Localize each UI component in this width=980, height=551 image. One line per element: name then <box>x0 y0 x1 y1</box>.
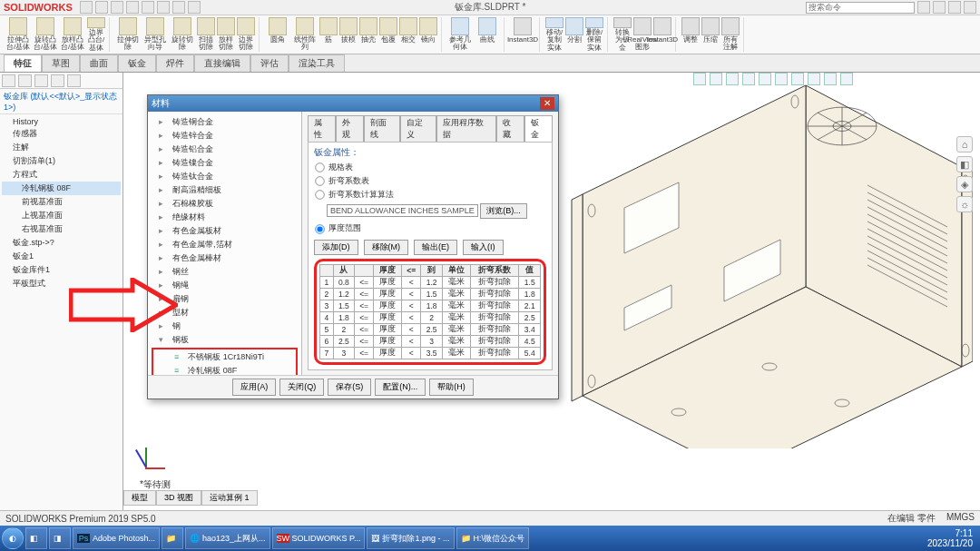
tab-surface[interactable]: 曲面 <box>80 54 118 72</box>
ribbon-btn-cut-sweep[interactable]: 扫描切除 <box>197 17 215 52</box>
command-search-input[interactable] <box>806 2 915 14</box>
table-row[interactable]: 21.2<=厚度<1.5毫米折弯扣除1.8 <box>320 288 541 300</box>
ribbon-btn-mirror[interactable]: 镜向 <box>419 17 437 52</box>
ptab-crosshatch[interactable]: 剖面线 <box>364 115 400 142</box>
panel-tab-config-icon[interactable] <box>34 74 48 87</box>
ribbon-btn-curves[interactable]: 曲线 <box>475 17 500 52</box>
mat-cat[interactable]: 有色金属板材 <box>150 224 299 238</box>
ptab-appdata[interactable]: 应用程序数据 <box>436 115 496 142</box>
hud-appearance-icon[interactable] <box>791 73 804 85</box>
ribbon-btn-compress[interactable]: 压缩 <box>701 17 720 52</box>
ribbon-btn-intersect[interactable]: 相交 <box>399 17 417 52</box>
apply-button[interactable]: 应用(A) <box>232 379 276 396</box>
material-tree[interactable]: 铸造铜合金 铸造锌合金 铸造铝合金 铸造镍合金 铸造钛合金 耐高温精细板 石棉橡… <box>148 112 302 375</box>
ribbon-btn-instant3d-2[interactable]: Instant3D <box>653 17 671 52</box>
tree-front-plane[interactable]: 前视基准面 <box>2 195 121 209</box>
qat-save-icon[interactable] <box>111 1 123 14</box>
ptab-appearance[interactable]: 外观 <box>336 115 364 142</box>
help-button[interactable]: 帮助(H) <box>429 379 474 396</box>
qat-options-icon[interactable] <box>172 1 185 14</box>
tab-direct-edit[interactable]: 直接编辑 <box>194 54 250 72</box>
ribbon-btn-wrap[interactable]: 包覆 <box>379 17 397 52</box>
panel-tab-dim-icon[interactable] <box>51 74 64 87</box>
ribbon-btn-cut-boundary[interactable]: 边界切除 <box>237 17 255 52</box>
tree-right-plane[interactable]: 右视基准面 <box>2 222 121 236</box>
taskbar-pinned-1[interactable]: ◧ <box>25 527 47 549</box>
viewport-tab-model[interactable]: 模型 <box>123 490 156 506</box>
bend-allowance-select[interactable]: BEND ALLOWANCE INCHES SAMPLE <box>327 204 478 217</box>
tree-annotations[interactable]: 注解 <box>2 141 121 154</box>
orbit-decal-icon[interactable]: ◈ <box>956 176 973 192</box>
ribbon-btn-cut-loft[interactable]: 放样切除 <box>217 17 235 52</box>
mat-cat[interactable]: 绝缘材料 <box>150 211 299 224</box>
ribbon-btn-delete-body[interactable]: 删除/保留实体 <box>585 17 603 52</box>
table-row[interactable]: 31.5<=厚度<1.8毫米折弯扣除2.1 <box>320 300 541 311</box>
hud-scene-icon[interactable] <box>808 73 820 85</box>
import-button[interactable]: 输入(I) <box>463 240 504 255</box>
mat-cat[interactable]: 铸造钛合金 <box>150 170 299 183</box>
taskbar-chrome[interactable]: 🌐hao123_上网从... <box>185 527 270 549</box>
tab-features[interactable]: 特征 <box>4 54 42 72</box>
mat-stainless[interactable]: 不锈钢板 1Cr18Ni9Ti <box>154 350 295 364</box>
qat-new-icon[interactable] <box>80 1 93 14</box>
tree-history[interactable]: History <box>2 116 121 127</box>
dialog-caption[interactable]: 材料 ✕ <box>148 95 558 112</box>
hud-display-style-icon[interactable] <box>759 73 771 85</box>
ribbon-btn-hole-wizard[interactable]: 异型孔向导 <box>142 17 168 52</box>
feature-tree-root[interactable]: 钣金库 (默认<<默认>_显示状态 1>) <box>0 89 122 114</box>
ribbon-btn-boss-revolve[interactable]: 旋转凸台/基体 <box>33 17 58 52</box>
qat-redo-icon[interactable] <box>157 1 170 14</box>
tab-weldment[interactable]: 焊件 <box>156 54 194 72</box>
start-button[interactable]: ◐ <box>2 527 24 549</box>
viewport-tab-motion[interactable]: 运动算例 1 <box>201 490 258 506</box>
ribbon-btn-boundary-boss[interactable]: 边界凸台/基体 <box>87 17 105 52</box>
table-row[interactable]: 10.8<=厚度<1.2毫米折弯扣除1.5 <box>320 276 541 288</box>
ribbon-btn-adjust[interactable]: 调整 <box>681 17 700 52</box>
tree-sensors[interactable]: 传感器 <box>2 127 121 141</box>
ptab-favorites[interactable]: 收藏 <box>496 115 524 142</box>
mat-cat[interactable]: 铸造镍合金 <box>150 156 299 170</box>
mat-cat[interactable]: 铸造铝合金 <box>150 143 299 156</box>
ribbon-btn-move-body[interactable]: 移动/复制实体 <box>545 17 564 52</box>
panel-tab-feature-tree-icon[interactable] <box>2 74 15 87</box>
taskbar-solidworks[interactable]: SWSOLIDWORKS P... <box>272 527 366 549</box>
ribbon-btn-split[interactable]: 分割 <box>565 17 583 52</box>
panel-tab-property-icon[interactable] <box>18 74 32 87</box>
dialog-close-icon[interactable]: ✕ <box>540 97 554 110</box>
qat-undo-icon[interactable] <box>142 1 154 14</box>
qat-open-icon[interactable] <box>95 1 108 14</box>
table-row[interactable]: 52<=厚度<2.5毫米折弯扣除3.4 <box>320 323 541 335</box>
mat-cat-steel-plate[interactable]: 钢板 <box>150 333 299 347</box>
hud-orientation-icon[interactable] <box>840 73 853 85</box>
ribbon-btn-boss-loft[interactable]: 放样凸台/基体 <box>60 17 85 52</box>
tree-cutlist[interactable]: 切割清单(1) <box>2 154 121 168</box>
radio-bend-table[interactable]: 折弯系数表 <box>314 174 546 188</box>
mat-cat[interactable]: 有色金属棒材 <box>150 251 299 265</box>
taskbar-pinned-2[interactable]: ◨ <box>49 527 71 549</box>
maximize-icon[interactable] <box>948 1 961 14</box>
hud-view-settings-icon[interactable] <box>824 73 837 85</box>
hud-zoom-area-icon[interactable] <box>710 73 722 85</box>
ribbon-btn-ref-geometry[interactable]: 参考几何体 <box>447 17 473 52</box>
orbit-scene-icon[interactable]: ☼ <box>956 196 973 212</box>
radio-bend-calc[interactable]: 折弯系数计算算法 <box>314 188 546 202</box>
panel-tab-display-icon[interactable] <box>67 74 81 87</box>
close-button[interactable]: 关闭(Q) <box>279 379 324 396</box>
radio-thickness-range[interactable]: 厚度范围 <box>314 221 546 235</box>
tree-sheetmetal1[interactable]: 钣金1 <box>2 250 121 263</box>
taskbar-folder[interactable]: 📁H:\微信公众号 <box>456 527 530 549</box>
tab-sheetmetal[interactable]: 钣金 <box>118 54 156 72</box>
mat-cold-rolled-08f[interactable]: 冷轧钢板 08F <box>154 364 295 375</box>
ribbon-btn-linear-pattern[interactable]: 线性阵列 <box>292 17 318 52</box>
table-row[interactable]: 62.5<=厚度<3毫米折弯扣除4.5 <box>320 335 541 347</box>
ribbon-btn-cut-revolve[interactable]: 旋转切除 <box>170 17 195 52</box>
remove-row-button[interactable]: 移除(M) <box>364 240 409 255</box>
ribbon-btn-fillet[interactable]: 圆角 <box>265 17 290 52</box>
ribbon-btn-boss-extrude[interactable]: 拉伸凸台/基体 <box>5 17 31 52</box>
tree-equations[interactable]: 方程式 <box>2 168 121 182</box>
mat-cat[interactable]: 钢丝 <box>150 265 299 279</box>
browse-button[interactable]: 浏览(B)... <box>480 203 527 219</box>
add-row-button[interactable]: 添加(D) <box>314 240 358 255</box>
ribbon-btn-annotations[interactable]: 所有注解 <box>721 17 740 52</box>
tree-material[interactable]: 冷轧钢板 08F <box>2 182 121 195</box>
